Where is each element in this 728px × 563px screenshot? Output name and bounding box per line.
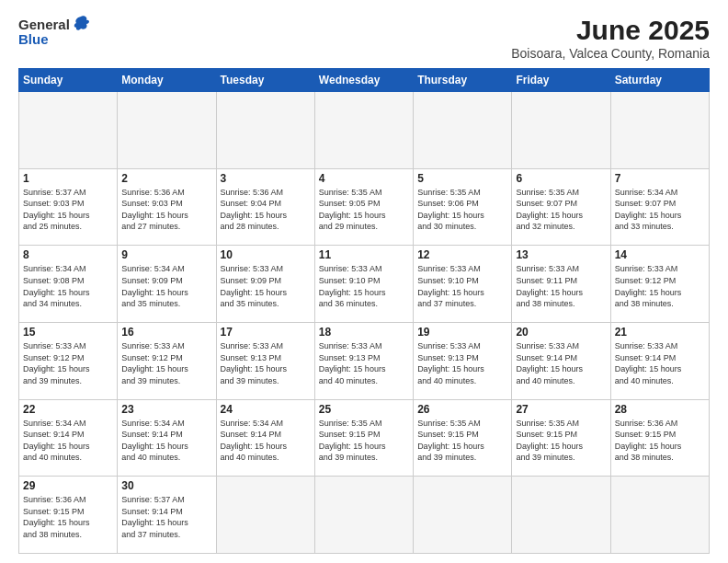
- calendar-week-5: 29Sunrise: 5:36 AMSunset: 9:15 PMDayligh…: [19, 477, 710, 554]
- day-info: Sunrise: 5:33 AMSunset: 9:11 PMDaylight:…: [516, 263, 606, 309]
- day-info: Sunrise: 5:34 AMSunset: 9:08 PMDaylight:…: [23, 263, 113, 309]
- calendar-week-1: 1Sunrise: 5:37 AMSunset: 9:03 PMDaylight…: [19, 168, 710, 246]
- day-number: 22: [23, 403, 113, 416]
- calendar-cell: [19, 92, 118, 169]
- day-number: 18: [319, 326, 409, 339]
- calendar-cell: 16Sunrise: 5:33 AMSunset: 9:12 PMDayligh…: [118, 322, 216, 399]
- calendar-cell: 12Sunrise: 5:33 AMSunset: 9:10 PMDayligh…: [414, 246, 512, 323]
- calendar-cell: 15Sunrise: 5:33 AMSunset: 9:12 PMDayligh…: [19, 322, 118, 399]
- day-number: 30: [121, 479, 211, 492]
- day-info: Sunrise: 5:33 AMSunset: 9:14 PMDaylight:…: [615, 340, 705, 386]
- calendar-cell: 10Sunrise: 5:33 AMSunset: 9:09 PMDayligh…: [216, 246, 314, 323]
- day-info: Sunrise: 5:33 AMSunset: 9:13 PMDaylight:…: [319, 340, 409, 386]
- day-info: Sunrise: 5:33 AMSunset: 9:14 PMDaylight:…: [516, 340, 606, 386]
- calendar-header-row: Sunday Monday Tuesday Wednesday Thursday…: [19, 69, 710, 92]
- calendar-week-4: 22Sunrise: 5:34 AMSunset: 9:14 PMDayligh…: [19, 399, 710, 477]
- calendar-cell: [414, 477, 512, 554]
- col-tuesday: Tuesday: [216, 69, 314, 92]
- col-saturday: Saturday: [610, 69, 709, 92]
- page: General Blue June 2025 Boisoara, Valcea …: [0, 0, 728, 563]
- main-title: June 2025: [511, 15, 710, 46]
- calendar-cell: 11Sunrise: 5:33 AMSunset: 9:10 PMDayligh…: [314, 246, 413, 323]
- calendar-cell: 24Sunrise: 5:34 AMSunset: 9:14 PMDayligh…: [216, 399, 314, 477]
- day-info: Sunrise: 5:35 AMSunset: 9:07 PMDaylight:…: [516, 187, 606, 233]
- day-info: Sunrise: 5:34 AMSunset: 9:14 PMDaylight:…: [221, 418, 311, 464]
- day-info: Sunrise: 5:33 AMSunset: 9:12 PMDaylight:…: [615, 263, 705, 309]
- calendar-cell: 30Sunrise: 5:37 AMSunset: 9:14 PMDayligh…: [118, 477, 216, 554]
- day-number: 15: [23, 326, 113, 339]
- calendar-cell: 2Sunrise: 5:36 AMSunset: 9:03 PMDaylight…: [118, 168, 216, 246]
- day-info: Sunrise: 5:35 AMSunset: 9:15 PMDaylight:…: [417, 418, 507, 464]
- calendar-cell: 27Sunrise: 5:35 AMSunset: 9:15 PMDayligh…: [512, 399, 610, 477]
- day-number: 21: [615, 326, 705, 339]
- day-number: 1: [23, 172, 113, 185]
- calendar-week-3: 15Sunrise: 5:33 AMSunset: 9:12 PMDayligh…: [19, 322, 710, 399]
- calendar-cell: [118, 92, 216, 169]
- calendar-cell: [216, 92, 314, 169]
- calendar-cell: [314, 477, 413, 554]
- day-number: 14: [615, 248, 705, 261]
- day-number: 29: [23, 479, 113, 492]
- col-sunday: Sunday: [19, 69, 118, 92]
- day-number: 5: [417, 172, 507, 185]
- day-number: 28: [615, 403, 705, 416]
- col-monday: Monday: [118, 69, 216, 92]
- title-block: June 2025 Boisoara, Valcea County, Roman…: [511, 15, 710, 61]
- calendar-cell: [314, 92, 413, 169]
- calendar-cell: [414, 92, 512, 169]
- day-info: Sunrise: 5:36 AMSunset: 9:04 PMDaylight:…: [221, 187, 311, 233]
- header: General Blue June 2025 Boisoara, Valcea …: [18, 15, 710, 61]
- day-number: 13: [516, 248, 606, 261]
- day-number: 19: [417, 326, 507, 339]
- calendar-week-0: [19, 92, 710, 169]
- calendar-cell: 29Sunrise: 5:36 AMSunset: 9:15 PMDayligh…: [19, 477, 118, 554]
- day-number: 3: [221, 172, 311, 185]
- day-number: 24: [221, 403, 311, 416]
- day-info: Sunrise: 5:33 AMSunset: 9:10 PMDaylight:…: [319, 263, 409, 309]
- day-number: 6: [516, 172, 606, 185]
- day-info: Sunrise: 5:33 AMSunset: 9:13 PMDaylight:…: [221, 340, 311, 386]
- calendar-cell: [512, 92, 610, 169]
- day-info: Sunrise: 5:36 AMSunset: 9:15 PMDaylight:…: [615, 418, 705, 464]
- day-number: 27: [516, 403, 606, 416]
- day-number: 23: [121, 403, 211, 416]
- calendar-cell: 25Sunrise: 5:35 AMSunset: 9:15 PMDayligh…: [314, 399, 413, 477]
- col-friday: Friday: [512, 69, 610, 92]
- day-info: Sunrise: 5:34 AMSunset: 9:14 PMDaylight:…: [23, 418, 113, 464]
- day-info: Sunrise: 5:33 AMSunset: 9:12 PMDaylight:…: [121, 340, 211, 386]
- day-number: 4: [319, 172, 409, 185]
- calendar-cell: [610, 92, 709, 169]
- day-info: Sunrise: 5:35 AMSunset: 9:06 PMDaylight:…: [417, 187, 507, 233]
- calendar-cell: 23Sunrise: 5:34 AMSunset: 9:14 PMDayligh…: [118, 399, 216, 477]
- calendar-cell: 6Sunrise: 5:35 AMSunset: 9:07 PMDaylight…: [512, 168, 610, 246]
- day-info: Sunrise: 5:33 AMSunset: 9:13 PMDaylight:…: [417, 340, 507, 386]
- logo-general: General: [18, 17, 70, 32]
- calendar-cell: 9Sunrise: 5:34 AMSunset: 9:09 PMDaylight…: [118, 246, 216, 323]
- day-number: 25: [319, 403, 409, 416]
- calendar-cell: 7Sunrise: 5:34 AMSunset: 9:07 PMDaylight…: [610, 168, 709, 246]
- day-info: Sunrise: 5:33 AMSunset: 9:12 PMDaylight:…: [23, 340, 113, 386]
- day-number: 10: [221, 248, 311, 261]
- calendar-cell: 5Sunrise: 5:35 AMSunset: 9:06 PMDaylight…: [414, 168, 512, 246]
- day-info: Sunrise: 5:35 AMSunset: 9:15 PMDaylight:…: [516, 418, 606, 464]
- calendar-week-2: 8Sunrise: 5:34 AMSunset: 9:08 PMDaylight…: [19, 246, 710, 323]
- subtitle: Boisoara, Valcea County, Romania: [511, 46, 710, 61]
- day-number: 11: [319, 248, 409, 261]
- calendar-cell: 18Sunrise: 5:33 AMSunset: 9:13 PMDayligh…: [314, 322, 413, 399]
- day-number: 7: [615, 172, 705, 185]
- logo-blue: Blue: [18, 31, 49, 47]
- calendar-cell: 28Sunrise: 5:36 AMSunset: 9:15 PMDayligh…: [610, 399, 709, 477]
- calendar-cell: 13Sunrise: 5:33 AMSunset: 9:11 PMDayligh…: [512, 246, 610, 323]
- day-info: Sunrise: 5:33 AMSunset: 9:10 PMDaylight:…: [417, 263, 507, 309]
- day-info: Sunrise: 5:35 AMSunset: 9:15 PMDaylight:…: [319, 418, 409, 464]
- calendar-cell: 20Sunrise: 5:33 AMSunset: 9:14 PMDayligh…: [512, 322, 610, 399]
- day-number: 16: [121, 326, 211, 339]
- day-info: Sunrise: 5:34 AMSunset: 9:09 PMDaylight:…: [121, 263, 211, 309]
- day-number: 17: [221, 326, 311, 339]
- calendar-cell: 17Sunrise: 5:33 AMSunset: 9:13 PMDayligh…: [216, 322, 314, 399]
- day-info: Sunrise: 5:36 AMSunset: 9:03 PMDaylight:…: [121, 187, 211, 233]
- calendar-table: Sunday Monday Tuesday Wednesday Thursday…: [18, 68, 710, 554]
- calendar-cell: [610, 477, 709, 554]
- calendar-cell: 4Sunrise: 5:35 AMSunset: 9:05 PMDaylight…: [314, 168, 413, 246]
- calendar-cell: 8Sunrise: 5:34 AMSunset: 9:08 PMDaylight…: [19, 246, 118, 323]
